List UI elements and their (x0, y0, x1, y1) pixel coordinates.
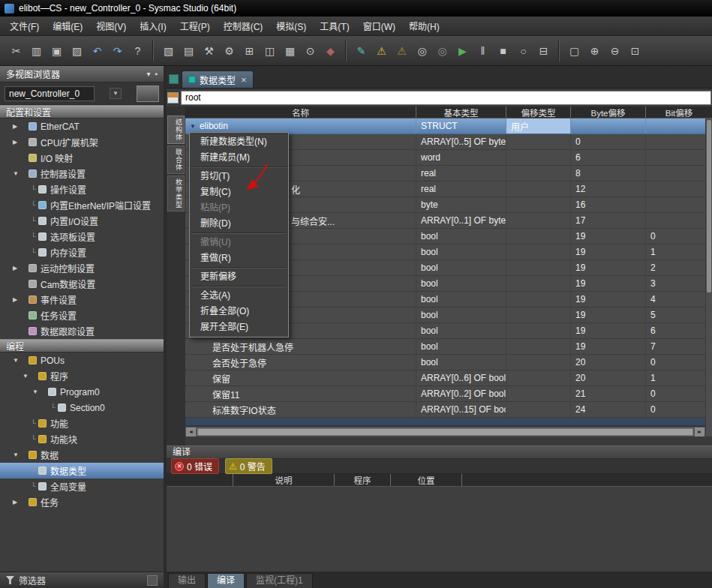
table-view-icon[interactable]: ◫ (260, 40, 279, 61)
menu-item[interactable]: 模拟(S) (269, 17, 313, 34)
table-row[interactable]: 保留11ARRAY[0..2] OF bool210 (185, 386, 712, 402)
controller-selector[interactable]: new_Controller_0 (5, 86, 95, 101)
zoom-out-icon[interactable]: ⊖ (605, 40, 624, 61)
offset-type-cell[interactable] (506, 244, 570, 260)
bit-offset-cell[interactable]: 0 (645, 402, 712, 417)
bottom-tab[interactable]: 编译 (207, 573, 245, 588)
bit-offset-cell[interactable]: 0 (645, 355, 712, 370)
expand-arrow-icon[interactable]: ▼ (13, 452, 21, 458)
byte-offset-cell[interactable]: 19 (570, 244, 645, 260)
type-cell[interactable]: bool (416, 339, 506, 354)
stop-icon[interactable]: ■ (494, 40, 512, 61)
expand-arrow-icon[interactable]: ▶ (13, 139, 21, 146)
tab-data-types[interactable]: 数据类型 × (182, 70, 254, 88)
byte-offset-cell[interactable]: 19 (570, 339, 645, 354)
context-menu-item[interactable]: 展开全部(E) (190, 320, 288, 335)
bit-offset-cell[interactable]: 1 (645, 244, 712, 260)
offset-type-cell[interactable] (506, 402, 570, 417)
offset-type-cell[interactable] (506, 197, 570, 212)
bit-offset-cell[interactable] (645, 150, 712, 165)
zoom-fit-icon[interactable]: ⊡ (626, 40, 644, 61)
byte-offset-cell[interactable]: 19 (570, 276, 645, 291)
offset-type-cell[interactable] (506, 276, 570, 291)
sidebar-item[interactable]: └操作设置 (0, 182, 164, 197)
expand-arrow-icon[interactable]: ▶ (13, 123, 21, 130)
edit-icon[interactable]: ✎ (352, 40, 371, 61)
sidebar-item[interactable]: └Section0 (0, 400, 164, 416)
context-menu-item[interactable]: 新建数据类型(N) (190, 134, 288, 150)
offset-type-cell[interactable]: 用户 (506, 118, 570, 134)
bit-offset-cell[interactable]: 1 (645, 370, 712, 386)
menu-item[interactable]: 工具(T) (313, 17, 356, 34)
search-icon[interactable]: ⊙ (301, 40, 320, 61)
sidebar-item[interactable]: └功能块 (0, 431, 164, 447)
recheck-warning-icon[interactable]: ⚠ (392, 40, 411, 61)
shield-icon[interactable]: ◆ (321, 40, 340, 61)
sidebar-item[interactable]: └选项板设置 (0, 229, 164, 244)
chevron-down-icon[interactable]: ▾ (146, 70, 150, 78)
undo-icon[interactable]: ↶ (88, 40, 107, 61)
type-cell[interactable]: real (416, 166, 506, 181)
bit-offset-cell[interactable]: 0 (645, 229, 712, 244)
bit-offset-cell[interactable]: 2 (645, 260, 712, 275)
type-cell[interactable]: bool (416, 355, 506, 370)
menu-item[interactable]: 编辑(E) (46, 17, 89, 34)
type-cell[interactable]: bool (416, 260, 506, 275)
copy-icon[interactable]: ▥ (27, 40, 46, 61)
byte-offset-cell[interactable]: 19 (570, 260, 645, 275)
type-cell[interactable]: word (416, 150, 506, 165)
context-menu-item[interactable]: 粘贴(P) (190, 200, 288, 216)
byte-offset-cell[interactable]: 16 (570, 197, 645, 212)
bottom-tab[interactable]: 输出 (168, 573, 206, 588)
type-cell[interactable]: bool (416, 323, 506, 338)
bit-offset-cell[interactable] (645, 182, 712, 196)
expand-arrow-icon[interactable]: ▶ (13, 265, 21, 272)
build-icon[interactable]: ⚒ (200, 40, 218, 61)
root-field[interactable] (181, 91, 711, 105)
offset-type-cell[interactable] (506, 355, 570, 370)
zoom-in-icon[interactable]: ⊕ (585, 40, 604, 61)
type-cell[interactable]: ARRAY[0..1] OF byte (416, 213, 506, 228)
pause-icon[interactable]: ‖ (473, 40, 492, 61)
horizontal-scrollbar[interactable]: ◄ ► (185, 426, 705, 436)
byte-offset-cell[interactable]: 19 (570, 229, 645, 244)
offset-type-cell[interactable] (506, 292, 570, 307)
bit-offset-cell[interactable]: 7 (645, 339, 712, 354)
bit-offset-cell[interactable]: 0 (645, 386, 712, 401)
table-row[interactable]: 保留ARRAY[0..6] OF bool201 (185, 370, 712, 386)
byte-offset-cell[interactable]: 19 (570, 292, 645, 307)
bit-offset-cell[interactable] (645, 166, 712, 181)
scroll-right-icon[interactable]: ► (695, 428, 704, 436)
section-header[interactable]: 配置和设置 (0, 105, 164, 118)
rebuild-icon[interactable]: ⚙ (220, 40, 239, 61)
sidebar-item[interactable]: ▶运动控制设置 (0, 260, 164, 276)
sidebar-item[interactable]: Cam数据设置 (0, 276, 164, 292)
menu-item[interactable]: 工程(P) (173, 17, 217, 34)
section-header[interactable]: 编程 (0, 339, 164, 352)
table-row[interactable]: 会否处于急停bool200 (185, 355, 712, 370)
check-warning-icon[interactable]: ⚠ (372, 40, 391, 61)
menu-item[interactable]: 控制器(C) (217, 17, 270, 34)
offset-type-cell[interactable] (506, 386, 570, 401)
sidebar-item[interactable]: └内存设置 (0, 244, 164, 260)
bit-offset-cell[interactable]: 5 (645, 308, 712, 322)
expand-arrow-icon[interactable]: ▼ (13, 357, 21, 364)
expand-arrow-icon[interactable]: ▶ (13, 296, 21, 303)
run-icon[interactable]: ▶ (453, 40, 472, 61)
type-cell[interactable]: bool (416, 229, 506, 244)
table-row[interactable]: 标准数字IO状态ARRAY[0..15] OF bool240 (185, 402, 712, 418)
category-tab[interactable]: 联合体 (167, 146, 185, 174)
sidebar-item[interactable]: 任务设置 (0, 308, 164, 323)
bit-offset-cell[interactable]: 3 (645, 276, 712, 291)
editor-list-icon[interactable] (169, 74, 179, 84)
sidebar-item[interactable]: ▼Program0 (0, 384, 164, 400)
sidebar-item[interactable]: └全局变量 (0, 478, 164, 494)
name-cell[interactable]: 保留11 (185, 386, 416, 401)
context-menu-item[interactable]: 全选(A) (190, 288, 288, 304)
type-cell[interactable]: ARRAY[0..15] OF bool (416, 402, 506, 417)
redo-icon[interactable]: ↷ (108, 40, 127, 61)
sidebar-item[interactable]: ▶事件设置 (0, 292, 164, 308)
sidebar-item[interactable]: └功能 (0, 416, 164, 431)
byte-offset-cell[interactable] (570, 118, 645, 134)
context-menu-item[interactable]: 剪切(T) (190, 169, 288, 184)
